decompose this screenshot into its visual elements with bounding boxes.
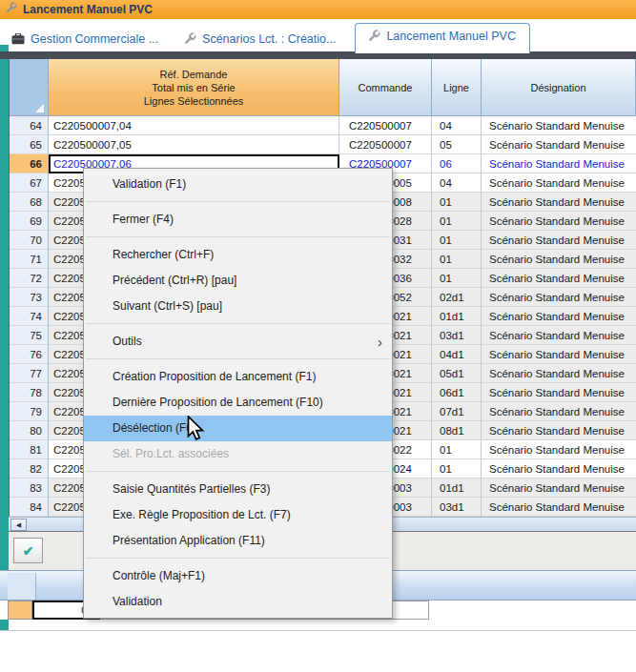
- menu-item[interactable]: Suivant (Ctrl+S) [pau]: [84, 294, 392, 319]
- cell-rownum[interactable]: 67: [10, 173, 49, 193]
- cell-designation[interactable]: Scénario Standard Menuise: [482, 154, 636, 173]
- cell-ligne[interactable]: 08d1: [432, 421, 482, 440]
- menu-item[interactable]: Rechercher (Ctrl+F): [84, 242, 392, 268]
- cell-rownum[interactable]: 74: [10, 307, 49, 326]
- cell-ligne[interactable]: 06d1: [432, 383, 482, 402]
- scroll-left-button[interactable]: ◀: [10, 519, 27, 531]
- cell-rownum[interactable]: 80: [10, 421, 49, 440]
- cell-rownum[interactable]: 64: [10, 116, 49, 135]
- bottom-cell-empty[interactable]: [389, 601, 429, 620]
- cell-ligne[interactable]: 04: [432, 116, 482, 135]
- menu-item[interactable]: Création Proposition de Lancement (F1): [84, 364, 392, 390]
- cell-rownum[interactable]: 71: [10, 250, 49, 269]
- cell-designation[interactable]: Scénario Standard Menuise: [482, 440, 636, 459]
- column-header-ref-demande[interactable]: Réf. Demande Total mis en Série Lignes S…: [49, 59, 339, 116]
- menu-separator: [86, 558, 390, 559]
- menu-item[interactable]: Présentation Application (F11): [84, 528, 392, 554]
- column-header-designation[interactable]: Désignation: [482, 59, 636, 116]
- cell-ligne[interactable]: 04: [432, 173, 482, 193]
- bottom-row-header-cell[interactable]: [8, 601, 32, 620]
- cell-designation[interactable]: Scénario Standard Menuise: [482, 479, 636, 498]
- cell-rownum[interactable]: 76: [10, 345, 49, 364]
- cell-rownum[interactable]: 72: [10, 269, 49, 288]
- menu-item[interactable]: Fermer (F4): [84, 207, 392, 233]
- cell-designation[interactable]: Scénario Standard Menuise: [482, 193, 636, 212]
- cell-rownum[interactable]: 70: [10, 231, 49, 250]
- cell-ligne[interactable]: 01: [432, 193, 482, 212]
- cell-designation[interactable]: Scénario Standard Menuise: [482, 250, 636, 269]
- menu-item[interactable]: Contrôle (Maj+F1): [84, 563, 392, 589]
- cell-ligne[interactable]: 01: [432, 231, 482, 250]
- cell-designation[interactable]: Scénario Standard Menuise: [482, 231, 636, 250]
- cell-designation[interactable]: Scénario Standard Menuise: [482, 173, 636, 193]
- cell-rownum[interactable]: 77: [10, 364, 49, 383]
- cell-ligne[interactable]: 04d1: [432, 345, 482, 364]
- cell-rownum[interactable]: 73: [10, 288, 49, 307]
- select-all-corner[interactable]: [10, 59, 49, 116]
- cell-designation[interactable]: Scénario Standard Menuise: [482, 326, 636, 345]
- menu-separator: [86, 358, 390, 359]
- validate-check-button[interactable]: ✔: [13, 538, 43, 563]
- menu-item[interactable]: Précédent (Ctrl+R) [pau]: [84, 268, 392, 294]
- cell-designation[interactable]: Scénario Standard Menuise: [482, 269, 636, 288]
- menu-item[interactable]: Saisie Quantités Partielles (F3): [84, 477, 392, 502]
- cell-ligne[interactable]: 01: [432, 269, 482, 288]
- menu-item[interactable]: Dernière Proposition de Lancement (F10): [84, 390, 392, 416]
- cell-rownum[interactable]: 83: [10, 479, 49, 498]
- cell-ligne[interactable]: 01d1: [432, 307, 482, 326]
- cell-ligne[interactable]: 01: [432, 250, 482, 269]
- menu-item-label: Rechercher (Ctrl+F): [113, 242, 214, 268]
- cell-rownum[interactable]: 79: [10, 402, 49, 421]
- cell-designation[interactable]: Scénario Standard Menuise: [482, 383, 636, 402]
- cell-ligne[interactable]: 06: [432, 154, 482, 173]
- cell-ligne[interactable]: 02d1: [432, 288, 482, 307]
- menu-item[interactable]: Exe. Règle Proposition de Lct. (F7): [84, 502, 392, 528]
- cell-ligne[interactable]: 03d1: [432, 498, 482, 517]
- cell-designation[interactable]: Scénario Standard Menuise: [482, 116, 636, 135]
- cell-designation[interactable]: Scénario Standard Menuise: [482, 421, 636, 440]
- cell-ref[interactable]: C220500007,05: [49, 135, 339, 154]
- cell-ligne[interactable]: 01d1: [432, 479, 482, 498]
- cell-rownum[interactable]: 75: [10, 326, 49, 345]
- header-line: Lignes Sélectionnées: [144, 94, 244, 108]
- cell-designation[interactable]: Scénario Standard Menuise: [482, 459, 636, 479]
- cell-rownum[interactable]: 69: [10, 212, 49, 231]
- cell-designation[interactable]: Scénario Standard Menuise: [482, 288, 636, 307]
- menu-item[interactable]: Désélection (F6): [84, 416, 392, 441]
- column-header-commande[interactable]: Commande: [339, 59, 432, 116]
- cell-designation[interactable]: Scénario Standard Menuise: [482, 345, 636, 364]
- tab-scenarios-lct[interactable]: Scénarios Lct. : Créatio...: [172, 27, 349, 53]
- cell-rownum[interactable]: 82: [10, 459, 49, 479]
- menu-item[interactable]: Validation: [84, 589, 392, 615]
- menu-item-label: Sél. Pro.Lct. associées: [113, 441, 229, 467]
- cell-rownum[interactable]: 66: [10, 154, 49, 173]
- cell-ligne[interactable]: 01: [432, 440, 482, 459]
- cell-commande[interactable]: C220500007: [339, 116, 432, 135]
- cell-ligne[interactable]: 05: [432, 135, 482, 154]
- cell-rownum[interactable]: 84: [10, 498, 49, 517]
- tab-gestion-commerciale[interactable]: Gestion Commerciale ...: [0, 27, 172, 53]
- cell-designation[interactable]: Scénario Standard Menuise: [482, 498, 636, 517]
- cell-ref[interactable]: C220500007,04: [49, 116, 339, 135]
- cell-commande[interactable]: C220500007: [339, 135, 432, 154]
- cell-designation[interactable]: Scénario Standard Menuise: [482, 364, 636, 383]
- cell-designation[interactable]: Scénario Standard Menuise: [482, 212, 636, 231]
- menu-item[interactable]: Outils›: [84, 329, 392, 355]
- cell-ligne[interactable]: 01: [432, 459, 482, 479]
- cell-designation[interactable]: Scénario Standard Menuise: [482, 307, 636, 326]
- cell-ligne[interactable]: 07d1: [432, 402, 482, 421]
- cell-rownum[interactable]: 81: [10, 440, 49, 459]
- tab-lancement-manuel-pvc[interactable]: Lancement Manuel PVC: [355, 23, 530, 53]
- cell-designation[interactable]: Scénario Standard Menuise: [482, 402, 636, 421]
- cell-ligne[interactable]: 05d1: [432, 364, 482, 383]
- cell-rownum[interactable]: 65: [10, 135, 49, 154]
- cell-rownum[interactable]: 78: [10, 383, 49, 402]
- menu-item[interactable]: Validation (F1): [84, 172, 392, 197]
- cell-designation[interactable]: Scénario Standard Menuise: [482, 135, 636, 154]
- cell-ligne[interactable]: 01: [432, 212, 482, 231]
- cell-rownum[interactable]: 68: [10, 193, 49, 212]
- cell-ligne[interactable]: 03d1: [432, 326, 482, 345]
- menu-item-label: Dernière Proposition de Lancement (F10): [113, 390, 323, 416]
- column-header-ligne[interactable]: Ligne: [432, 59, 482, 116]
- menu-separator: [86, 236, 390, 237]
